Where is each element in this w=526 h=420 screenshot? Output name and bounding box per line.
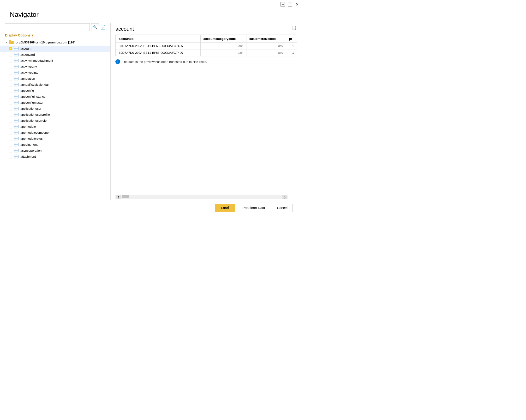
tree-item-appmoduleroles[interactable]: appmoduleroles: [0, 136, 110, 142]
checkbox-actioncard[interactable]: [9, 53, 12, 56]
table-icon-activitymimeattachment: [14, 59, 19, 62]
main-layout: 🔍 📄 Display Options ▾ ▼ org0b539308.crm1…: [0, 23, 302, 208]
info-message-text: The data in the preview has been truncat…: [122, 60, 207, 64]
tree-item-appconfiginstance[interactable]: appconfiginstance: [0, 94, 110, 100]
horizontal-scrollbar[interactable]: ❮ ❯: [115, 195, 288, 199]
checkbox-appmodule[interactable]: [9, 125, 12, 128]
tree-item-label-appmoduleroles: appmoduleroles: [20, 137, 43, 140]
cell-accountid-1: 87D7A7D0-292A-EB11-BF68-000D3AFC74D7: [116, 43, 201, 50]
tree-item-label-annualfiscalcalendar: annualfiscalcalendar: [20, 83, 49, 86]
table-icon-actioncard: [14, 53, 19, 56]
cancel-button[interactable]: Cancel: [272, 204, 293, 212]
checkbox-annotation[interactable]: [9, 77, 12, 80]
cell-accountcategorycode-2: null: [200, 50, 246, 56]
preview-table: accountid accountcategorycode customersi…: [116, 35, 297, 56]
checkbox-appconfiginstance[interactable]: [9, 95, 12, 98]
tree-item-asyncoperation[interactable]: asyncoperation: [0, 148, 110, 154]
transform-data-button[interactable]: Transform Data: [237, 204, 270, 212]
checkbox-applicationuserrole[interactable]: [9, 119, 12, 123]
tree-item-annotation[interactable]: annotation: [0, 76, 110, 82]
preview-table-wrapper: accountid accountcategorycode customersi…: [115, 35, 297, 56]
maximize-button[interactable]: □: [288, 2, 292, 7]
table-icon-appmoduleroles: [14, 137, 19, 140]
tree-item-attachment[interactable]: attachment: [0, 154, 110, 160]
tree-item-activitymimeattachment[interactable]: activitymimeattachment: [0, 58, 110, 64]
search-input[interactable]: [5, 23, 90, 31]
checkbox-activitymimeattachment[interactable]: [9, 59, 12, 62]
cell-pr-1: 1: [286, 43, 297, 50]
cell-accountid-2: 89D7A7D0-292A-EB11-BF68-000D3AFC74D7: [116, 50, 201, 56]
display-options-row: Display Options ▾: [0, 33, 110, 39]
preview-refresh-icon[interactable]: [292, 26, 297, 32]
checkbox-applicationuserprofile[interactable]: [9, 113, 12, 116]
checkbox-activityparty[interactable]: [9, 65, 12, 68]
table-icon-asyncoperation: [14, 149, 19, 152]
table-icon-activityparty: [14, 65, 19, 68]
tree-item-label-appconfig: appconfig: [20, 89, 34, 92]
preview-title: account: [115, 26, 134, 32]
tree-item-appointment[interactable]: appointment: [0, 142, 110, 148]
table-icon-appconfigmaster: [14, 101, 19, 104]
checkbox-applicationuser[interactable]: [9, 107, 12, 110]
tree-item-activitypointer[interactable]: activitypointer: [0, 70, 110, 76]
tree-item-label-appointment: appointment: [20, 143, 38, 146]
cell-customersizecode-1: null: [246, 43, 286, 50]
display-options-button[interactable]: Display Options ▾: [5, 33, 33, 37]
tree-item-label-appmodulecomponent: appmodulecomponent: [20, 131, 51, 134]
tree-item-account[interactable]: account: [0, 46, 110, 51]
tree-item-appmodulecomponent[interactable]: appmodulecomponent: [0, 130, 110, 136]
load-button[interactable]: Load: [215, 204, 235, 212]
folder-icon: [9, 41, 14, 44]
tree-root[interactable]: ▼ org0b539308.crm10.dynamics.com [199]: [0, 39, 110, 46]
table-icon-appmodule: [14, 125, 19, 128]
table-icon-applicationuser: [14, 107, 19, 110]
refresh-button[interactable]: 📄: [100, 24, 106, 30]
table-icon-applicationuserrole: [14, 119, 19, 123]
tree-item-activityparty[interactable]: activityparty: [0, 64, 110, 70]
scroll-right-icon: ❯: [284, 195, 286, 198]
checkbox-appmodulecomponent[interactable]: [9, 131, 12, 134]
titlebar: ─ □ ✕: [0, 0, 302, 8]
scroll-left-icon: ❮: [117, 195, 119, 198]
checkbox-appconfig[interactable]: [9, 89, 12, 92]
table-icon-attachment: [14, 155, 19, 158]
checkbox-appmoduleroles[interactable]: [9, 137, 12, 140]
scroll-right-button[interactable]: ❯: [283, 195, 287, 199]
checkbox-appointment[interactable]: [9, 143, 12, 146]
checkbox-annualfiscalcalendar[interactable]: [9, 83, 12, 86]
scroll-left-button[interactable]: ❮: [116, 195, 121, 199]
col-header-customersizecode: customersizecode: [246, 35, 286, 43]
tree-item-actioncard[interactable]: actioncard: [0, 51, 110, 58]
tree-item-label-activitypointer: activitypointer: [20, 71, 39, 74]
table-icon-applicationuserprofile: [14, 113, 19, 116]
tree-list[interactable]: ▼ org0b539308.crm10.dynamics.com [199] a…: [0, 39, 110, 208]
tree-item-appmodule[interactable]: appmodule: [0, 123, 110, 130]
tree-item-annualfiscalcalendar[interactable]: annualfiscalcalendar: [0, 82, 110, 88]
table-icon-appconfig: [14, 89, 19, 92]
tree-item-applicationuserprofile[interactable]: applicationuserprofile: [0, 112, 110, 118]
col-header-pr: pr: [286, 35, 297, 43]
tree-item-appconfig[interactable]: appconfig: [0, 88, 110, 94]
minimize-button[interactable]: ─: [281, 2, 285, 7]
tree-item-label-annotation: annotation: [20, 77, 35, 80]
close-icon: ✕: [296, 2, 299, 7]
minimize-icon: ─: [282, 3, 284, 6]
tree-item-applicationuserrole[interactable]: applicationuserrole: [0, 118, 110, 123]
scroll-thumb[interactable]: [122, 195, 129, 198]
checkbox-asyncoperation[interactable]: [9, 149, 12, 152]
tree-item-appconfigmaster[interactable]: appconfigmaster: [0, 100, 110, 106]
checkbox-activitypointer[interactable]: [9, 71, 12, 74]
checkbox-attachment[interactable]: [9, 155, 12, 158]
table-icon-appointment: [14, 143, 19, 146]
col-header-accountid: accountid: [116, 35, 201, 43]
checkbox-account[interactable]: [9, 47, 12, 51]
close-button[interactable]: ✕: [295, 2, 299, 7]
tree-item-label-asyncoperation: asyncoperation: [20, 149, 41, 152]
search-icon: 🔍: [93, 25, 97, 29]
checkbox-appconfigmaster[interactable]: [9, 101, 12, 104]
display-options-label: Display Options: [5, 33, 31, 37]
search-button[interactable]: 🔍: [91, 23, 99, 31]
collapse-arrow-icon[interactable]: ▼: [5, 41, 7, 44]
tree-item-applicationuser[interactable]: applicationuser: [0, 106, 110, 112]
tree-item-label-activityparty: activityparty: [20, 65, 37, 68]
